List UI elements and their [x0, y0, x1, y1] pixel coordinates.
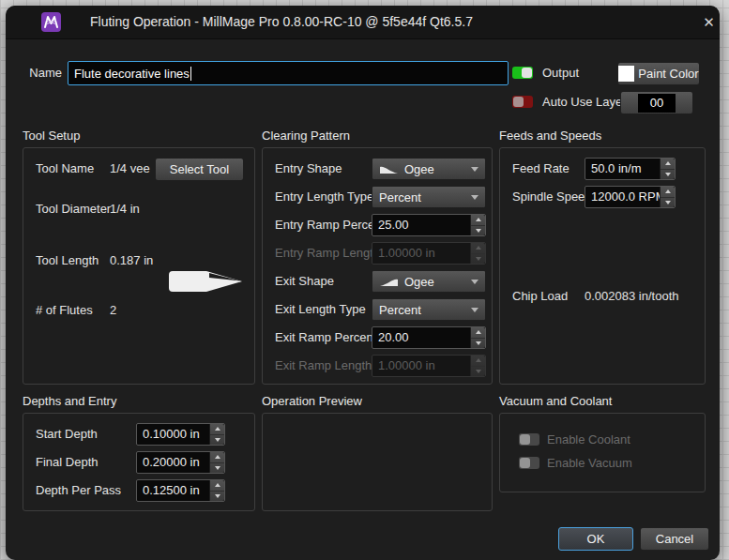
- final-depth-spinbox[interactable]: 0.20000 in: [136, 451, 225, 474]
- depths-and-entry-title: Depths and Entry: [23, 394, 116, 409]
- entry-ramp-length-label: Entry Ramp Length: [275, 246, 380, 261]
- spin-down-icon[interactable]: [210, 463, 224, 474]
- spin-down-icon[interactable]: [471, 226, 485, 236]
- spin-up-icon[interactable]: [210, 480, 224, 492]
- name-label: Name: [28, 66, 62, 81]
- chevron-down-icon: [471, 195, 478, 200]
- feed-rate-value: 50.0 in/m: [585, 159, 660, 179]
- spin-up-icon[interactable]: [471, 215, 485, 226]
- spin-up-icon: [471, 356, 485, 367]
- operation-preview-panel: [262, 413, 493, 511]
- depth-per-pass-label: Depth Per Pass: [36, 483, 121, 498]
- spin-up-icon[interactable]: [210, 424, 224, 435]
- chevron-down-icon: [471, 280, 478, 284]
- spin-down-icon: [471, 254, 485, 265]
- vacuum-and-coolant-group: [499, 413, 706, 492]
- ogee-exit-icon: [379, 276, 399, 287]
- title-bar[interactable]: Fluting Operation - MillMage Pro 0.8.00-…: [6, 6, 720, 39]
- entry-ramp-length-spinbox: 1.00000 in: [372, 242, 486, 265]
- exit-length-type-dropdown[interactable]: Percent: [372, 298, 486, 321]
- entry-ramp-percent-spinbox[interactable]: 25.00: [372, 214, 486, 236]
- tool-diameter-label: Tool Diameter: [36, 202, 111, 217]
- tool-name-value: 1/4 vee: [110, 161, 150, 176]
- fluting-operation-dialog: Fluting Operation - MillMage Pro 0.8.00-…: [6, 6, 720, 560]
- entry-shape-dropdown[interactable]: Ogee: [372, 158, 486, 180]
- final-depth-value: 0.20000 in: [137, 452, 209, 473]
- name-input-value: Flute decorative lines: [74, 67, 190, 81]
- spin-down-icon[interactable]: [210, 492, 224, 502]
- toggle-knob: [522, 68, 532, 78]
- spin-up-icon[interactable]: [661, 187, 675, 198]
- feed-rate-spinbox[interactable]: 50.0 in/m: [585, 158, 676, 180]
- select-tool-button[interactable]: Select Tool: [155, 158, 244, 181]
- text-cursor: [190, 67, 191, 81]
- start-depth-spinbox[interactable]: 0.10000 in: [136, 423, 225, 446]
- spin-up-icon: [471, 243, 485, 254]
- operation-preview-title: Operation Preview: [262, 394, 362, 409]
- chevron-down-icon: [471, 308, 478, 312]
- enable-coolant-label: Enable Coolant: [547, 432, 630, 447]
- paint-color-button[interactable]: Paint Color: [617, 62, 700, 85]
- ogee-entry-icon: [379, 163, 399, 174]
- exit-shape-dropdown[interactable]: Ogee: [372, 270, 486, 293]
- spindle-speed-label: Spindle Speed: [512, 189, 592, 204]
- exit-length-type-label: Exit Length Type: [275, 302, 366, 317]
- start-depth-value: 0.10000 in: [137, 424, 209, 445]
- auto-use-layer-label: Auto Use Layer: [542, 95, 627, 110]
- spin-down-icon[interactable]: [661, 198, 675, 208]
- start-depth-label: Start Depth: [36, 427, 98, 442]
- entry-length-type-dropdown[interactable]: Percent: [372, 186, 486, 208]
- layer-number-value: 00: [638, 94, 676, 113]
- spin-up-icon[interactable]: [471, 327, 485, 339]
- cancel-button[interactable]: Cancel: [640, 527, 709, 551]
- feeds-and-speeds-group: [499, 147, 706, 385]
- millmage-app-icon: [41, 12, 61, 32]
- chip-load-value: 0.002083 in/tooth: [585, 289, 678, 304]
- tool-length-label: Tool Length: [36, 253, 99, 268]
- exit-ramp-percent-value: 20.00: [372, 327, 470, 348]
- entry-shape-label: Entry Shape: [275, 161, 342, 176]
- entry-ramp-length-value: 1.00000 in: [372, 243, 470, 264]
- tool-profile-image: [167, 269, 244, 294]
- window-title: Fluting Operation - MillMage Pro 0.8.00-…: [90, 6, 473, 38]
- spin-down-icon[interactable]: [661, 170, 675, 180]
- entry-length-type-label: Entry Length Type: [275, 189, 373, 204]
- paint-color-swatch: [618, 66, 634, 82]
- clearing-pattern-group: [262, 147, 493, 385]
- tool-diameter-value: 1/4 in: [110, 202, 140, 217]
- toggle-knob: [520, 458, 530, 468]
- final-depth-label: Final Depth: [36, 455, 98, 470]
- output-label: Output: [542, 66, 579, 81]
- entry-shape-value: Ogee: [404, 162, 434, 176]
- exit-ramp-percent-spinbox[interactable]: 20.00: [372, 326, 486, 349]
- spin-down-icon[interactable]: [210, 435, 224, 446]
- tool-setup-title: Tool Setup: [23, 129, 80, 144]
- exit-shape-value: Ogee: [404, 275, 434, 289]
- depth-per-pass-value: 0.12500 in: [137, 480, 209, 501]
- close-icon[interactable]: ✕: [702, 15, 716, 29]
- name-input[interactable]: Flute decorative lines: [68, 61, 509, 85]
- tool-length-value: 0.187 in: [110, 253, 153, 268]
- vacuum-and-coolant-title: Vacuum and Coolant: [499, 394, 612, 409]
- spindle-speed-spinbox[interactable]: 12000.0 RPM: [585, 186, 676, 208]
- ok-button[interactable]: OK: [558, 527, 633, 551]
- depth-per-pass-spinbox[interactable]: 0.12500 in: [136, 479, 225, 502]
- feed-rate-label: Feed Rate: [512, 161, 570, 176]
- auto-use-layer-toggle[interactable]: [512, 96, 533, 108]
- spin-up-icon[interactable]: [661, 159, 675, 170]
- output-toggle[interactable]: [512, 67, 533, 79]
- spin-down-icon[interactable]: [471, 339, 485, 349]
- exit-ramp-percent-label: Exit Ramp Percent: [275, 330, 376, 345]
- layer-number-button[interactable]: 00: [620, 91, 693, 114]
- spin-up-icon[interactable]: [210, 452, 224, 463]
- entry-ramp-percent-value: 25.00: [372, 215, 470, 235]
- exit-ramp-length-value: 1.00000 in: [372, 356, 470, 376]
- toggle-knob: [513, 97, 524, 107]
- clearing-pattern-title: Clearing Pattern: [262, 129, 350, 144]
- entry-ramp-percent-label: Entry Ramp Percent: [275, 218, 385, 233]
- flutes-label: # of Flutes: [36, 303, 93, 318]
- enable-coolant-toggle: [519, 433, 539, 446]
- paint-color-label: Paint Color: [638, 67, 698, 81]
- toggle-knob: [520, 434, 530, 445]
- exit-shape-label: Exit Shape: [275, 274, 334, 289]
